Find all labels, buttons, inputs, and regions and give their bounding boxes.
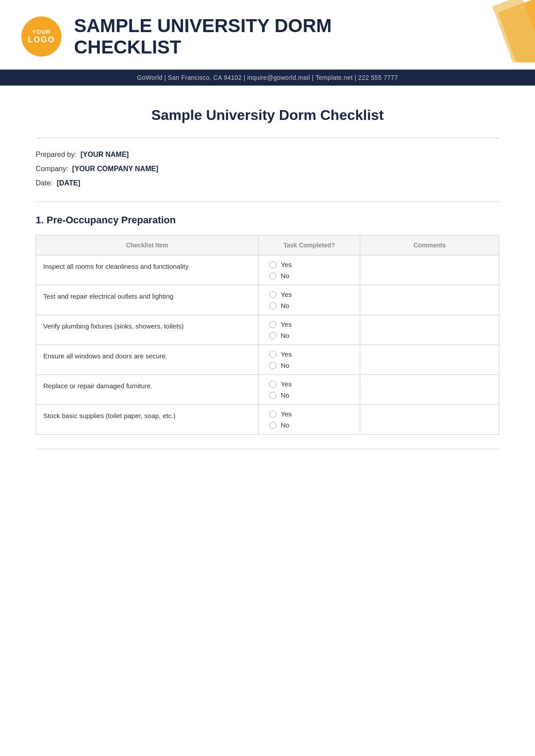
logo-logo-text: LOGO — [28, 35, 55, 45]
logo: YOUR LOGO — [21, 16, 62, 57]
company-row: Company: [YOUR COMPANY NAME] — [36, 165, 499, 173]
no-option[interactable]: No — [269, 302, 353, 309]
yes-option[interactable]: Yes — [269, 350, 353, 358]
task-cell[interactable]: YesNo — [258, 255, 360, 285]
checklist-item-cell: Test and repair electrical outlets and l… — [36, 285, 259, 315]
comments-cell — [360, 315, 499, 345]
checklist-item-cell: Ensure all windows and doors are secure. — [36, 345, 259, 375]
checklist-item-cell: Inspect all rooms for cleanliness and fu… — [36, 255, 259, 285]
radio-yes[interactable] — [269, 381, 276, 388]
yes-option[interactable]: Yes — [269, 410, 353, 418]
company-value: [YOUR COMPANY NAME] — [72, 165, 158, 173]
header-decoration — [455, 0, 535, 62]
table-header-row: Checklist Item Task Completed? Comments — [36, 235, 499, 255]
no-label: No — [281, 391, 289, 399]
date-value: [DATE] — [57, 179, 80, 187]
document-title: Sample University Dorm Checklist — [36, 107, 499, 123]
no-option[interactable]: No — [269, 272, 353, 279]
prepared-by-row: Prepared by: [YOUR NAME] — [36, 151, 499, 159]
radio-no[interactable] — [269, 392, 276, 399]
section1-heading: 1. Pre-Occupancy Preparation — [36, 214, 499, 226]
task-cell[interactable]: YesNo — [258, 375, 360, 405]
checklist-item-cell: Stock basic supplies (toilet paper, soap… — [36, 405, 259, 435]
yes-label: Yes — [281, 291, 292, 298]
divider-1 — [36, 138, 499, 138]
yes-label: Yes — [281, 410, 292, 418]
checklist-item-cell: Replace or repair damaged furniture. — [36, 375, 259, 405]
comments-cell — [360, 405, 499, 435]
task-cell[interactable]: YesNo — [258, 315, 360, 345]
yes-label: Yes — [281, 350, 292, 358]
no-label: No — [281, 302, 289, 309]
table-row: Ensure all windows and doors are secure.… — [36, 345, 499, 375]
no-label: No — [281, 332, 289, 339]
radio-no[interactable] — [269, 272, 276, 279]
yes-option[interactable]: Yes — [269, 320, 353, 328]
no-option[interactable]: No — [269, 421, 353, 429]
yes-label: Yes — [281, 261, 292, 268]
radio-yes[interactable] — [269, 261, 276, 268]
task-cell[interactable]: YesNo — [258, 345, 360, 375]
col-header-item: Checklist Item — [36, 235, 259, 255]
table-row: Verify plumbing fixtures (sinks, showers… — [36, 315, 499, 345]
comments-cell — [360, 345, 499, 375]
radio-no[interactable] — [269, 422, 276, 429]
contact-bar: GoWorld | San Francisco, CA 94102 | inqu… — [0, 70, 535, 86]
no-label: No — [281, 421, 289, 429]
comments-cell — [360, 255, 499, 285]
col-header-task: Task Completed? — [258, 235, 360, 255]
yes-label: Yes — [281, 320, 292, 328]
table-row: Stock basic supplies (toilet paper, soap… — [36, 405, 499, 435]
task-cell[interactable]: YesNo — [258, 285, 360, 315]
radio-no[interactable] — [269, 332, 276, 339]
no-label: No — [281, 362, 289, 369]
comments-cell — [360, 375, 499, 405]
page-header: YOUR LOGO SAMPLE UNIVERSITY DORM CHECKLI… — [0, 0, 535, 62]
checklist-item-cell: Verify plumbing fixtures (sinks, showers… — [36, 315, 259, 345]
radio-yes[interactable] — [269, 291, 276, 298]
yes-option[interactable]: Yes — [269, 261, 353, 268]
meta-section: Prepared by: [YOUR NAME] Company: [YOUR … — [36, 151, 499, 187]
prepared-by-value: [YOUR NAME] — [81, 151, 129, 158]
radio-yes[interactable] — [269, 321, 276, 328]
radio-yes[interactable] — [269, 351, 276, 358]
header-title: SAMPLE UNIVERSITY DORM CHECKLIST — [74, 15, 514, 58]
logo-your-text: YOUR — [32, 29, 51, 35]
table-row: Inspect all rooms for cleanliness and fu… — [36, 255, 499, 285]
table-row: Test and repair electrical outlets and l… — [36, 285, 499, 315]
col-header-comments: Comments — [360, 235, 499, 255]
yes-option[interactable]: Yes — [269, 380, 353, 388]
yes-option[interactable]: Yes — [269, 291, 353, 298]
main-content: Sample University Dorm Checklist Prepare… — [0, 86, 535, 483]
divider-3 — [36, 449, 499, 449]
table-row: Replace or repair damaged furniture.YesN… — [36, 375, 499, 405]
date-row: Date: [DATE] — [36, 179, 499, 187]
divider-2 — [36, 201, 499, 202]
radio-yes[interactable] — [269, 411, 276, 418]
radio-no[interactable] — [269, 302, 276, 309]
yes-label: Yes — [281, 380, 292, 388]
no-label: No — [281, 272, 289, 279]
comments-cell — [360, 285, 499, 315]
radio-no[interactable] — [269, 362, 276, 369]
no-option[interactable]: No — [269, 362, 353, 369]
no-option[interactable]: No — [269, 391, 353, 399]
task-cell[interactable]: YesNo — [258, 405, 360, 435]
no-option[interactable]: No — [269, 332, 353, 339]
checklist-table: Checklist Item Task Completed? Comments … — [36, 235, 499, 435]
